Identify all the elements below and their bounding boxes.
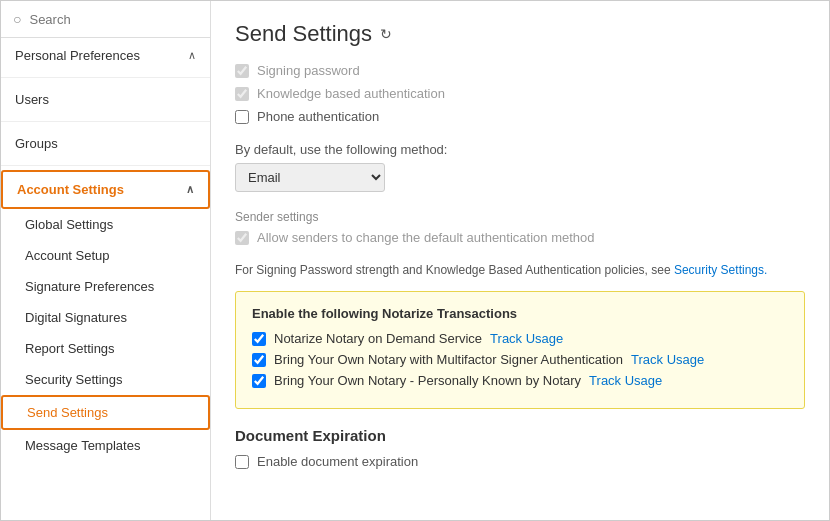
sidebar-sub-item-security-settings[interactable]: Security Settings	[1, 364, 210, 395]
divider	[1, 121, 210, 122]
doc-expiration-title: Document Expiration	[235, 427, 805, 444]
default-method-select[interactable]: Email SMS Phone	[235, 163, 385, 192]
sidebar-item-users[interactable]: Users	[1, 82, 210, 117]
search-input[interactable]	[29, 12, 198, 27]
notarize-row-0: Notarize Notary on Demand Service Track …	[252, 331, 788, 346]
search-bar[interactable]: ○	[1, 1, 210, 38]
main-content: Send Settings ↻ Signing password Knowled…	[211, 1, 829, 520]
sender-settings-label: Sender settings	[235, 210, 805, 224]
sender-settings-checkbox[interactable]	[235, 231, 249, 245]
sidebar-item-label: Personal Preferences	[15, 48, 140, 63]
phone-auth-checkbox[interactable]	[235, 110, 249, 124]
notarize-multifactor-checkbox[interactable]	[252, 353, 266, 367]
security-note: For Signing Password strength and Knowle…	[235, 263, 805, 277]
sidebar-item-label: Groups	[15, 136, 58, 151]
knowledge-auth-checkbox[interactable]	[235, 87, 249, 101]
sidebar-sub-item-account-setup[interactable]: Account Setup	[1, 240, 210, 271]
signing-password-checkbox[interactable]	[235, 64, 249, 78]
sidebar-sub-item-message-templates[interactable]: Message Templates	[1, 430, 210, 461]
refresh-icon[interactable]: ↻	[380, 26, 392, 42]
notarize-personally-known-label: Bring Your Own Notary - Personally Known…	[274, 373, 581, 388]
default-method-label: By default, use the following method:	[235, 142, 805, 157]
track-usage-link-0[interactable]: Track Usage	[490, 331, 563, 346]
sidebar-item-label: Users	[15, 92, 49, 107]
sidebar-sub-item-global-settings[interactable]: Global Settings	[1, 209, 210, 240]
sidebar-sub-item-signature-preferences[interactable]: Signature Preferences	[1, 271, 210, 302]
notarize-demand-checkbox[interactable]	[252, 332, 266, 346]
sidebar: ○ Personal Preferences ∧ Users Groups Ac…	[1, 1, 211, 520]
track-usage-link-2[interactable]: Track Usage	[589, 373, 662, 388]
signing-password-row: Signing password	[235, 63, 805, 78]
phone-auth-row: Phone authentication	[235, 109, 805, 124]
chevron-up-icon: ∧	[186, 183, 194, 196]
doc-expiration-checkbox[interactable]	[235, 455, 249, 469]
sender-settings-checkbox-label: Allow senders to change the default auth…	[257, 230, 595, 245]
phone-auth-label: Phone authentication	[257, 109, 379, 124]
doc-expiration-label: Enable document expiration	[257, 454, 418, 469]
sidebar-item-groups[interactable]: Groups	[1, 126, 210, 161]
notarize-row-1: Bring Your Own Notary with Multifactor S…	[252, 352, 788, 367]
page-title: Send Settings	[235, 21, 372, 47]
chevron-up-icon: ∧	[188, 49, 196, 62]
notarize-multifactor-label: Bring Your Own Notary with Multifactor S…	[274, 352, 623, 367]
sender-settings-row: Allow senders to change the default auth…	[235, 230, 805, 245]
doc-expiration-section: Document Expiration Enable document expi…	[235, 427, 805, 469]
notarize-personally-known-checkbox[interactable]	[252, 374, 266, 388]
notarize-demand-label: Notarize Notary on Demand Service	[274, 331, 482, 346]
sender-settings-section: Sender settings Allow senders to change …	[235, 210, 805, 245]
notarize-title: Enable the following Notarize Transactio…	[252, 306, 788, 321]
sidebar-sub-item-send-settings[interactable]: Send Settings	[1, 395, 210, 430]
divider	[1, 77, 210, 78]
security-settings-link[interactable]: Security Settings.	[674, 263, 767, 277]
notarize-box: Enable the following Notarize Transactio…	[235, 291, 805, 409]
search-icon: ○	[13, 11, 21, 27]
knowledge-auth-row: Knowledge based authentication	[235, 86, 805, 101]
divider	[1, 165, 210, 166]
app-container: ○ Personal Preferences ∧ Users Groups Ac…	[0, 0, 830, 521]
notarize-row-2: Bring Your Own Notary - Personally Known…	[252, 373, 788, 388]
sidebar-item-personal-preferences[interactable]: Personal Preferences ∧	[1, 38, 210, 73]
track-usage-link-1[interactable]: Track Usage	[631, 352, 704, 367]
signing-password-label: Signing password	[257, 63, 360, 78]
sidebar-item-account-settings[interactable]: Account Settings ∧	[1, 170, 210, 209]
sidebar-sub-item-report-settings[interactable]: Report Settings	[1, 333, 210, 364]
page-title-area: Send Settings ↻	[235, 21, 805, 47]
default-method-section: By default, use the following method: Em…	[235, 142, 805, 192]
sidebar-item-label: Account Settings	[17, 182, 124, 197]
knowledge-auth-label: Knowledge based authentication	[257, 86, 445, 101]
sidebar-sub-item-digital-signatures[interactable]: Digital Signatures	[1, 302, 210, 333]
doc-expiration-row: Enable document expiration	[235, 454, 805, 469]
auth-checkboxes-section: Signing password Knowledge based authent…	[235, 63, 805, 124]
